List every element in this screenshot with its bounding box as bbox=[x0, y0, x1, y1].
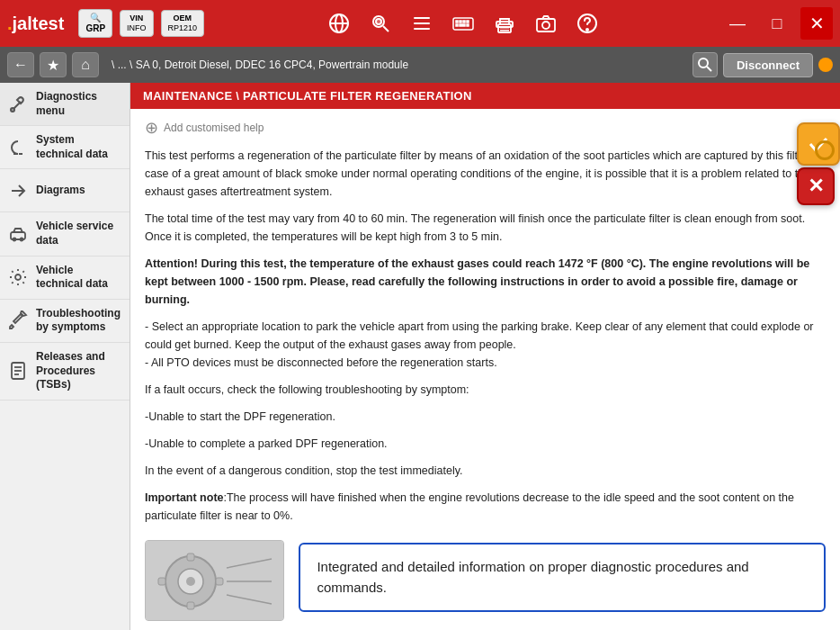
vehicle-service-data-label: Vehicle service data bbox=[36, 220, 122, 248]
floating-action-buttons: ✕ bbox=[797, 122, 840, 205]
content-header: MAINTENANCE \ PARTICULATE FILTER REGENER… bbox=[130, 83, 840, 109]
back-button[interactable]: ← bbox=[7, 52, 34, 77]
title-bar: .jaltest 🔍GRP VININFO OEMRP1210 bbox=[0, 0, 840, 47]
sidebar-item-releases-procedures[interactable]: Releases and Procedures (TSBs) bbox=[0, 343, 130, 400]
illustration-image bbox=[145, 540, 284, 621]
svg-rect-11 bbox=[460, 21, 461, 22]
vehicle-technical-data-label: Vehicle technical data bbox=[36, 264, 122, 292]
help-icon-button[interactable] bbox=[570, 6, 604, 40]
svg-point-4 bbox=[376, 19, 381, 24]
sidebar-item-vehicle-technical-data[interactable]: Vehicle technical data bbox=[0, 256, 130, 300]
svg-rect-19 bbox=[500, 30, 509, 32]
paragraph-8-danger: In the event of a dangerous condition, s… bbox=[145, 462, 826, 480]
print-icon-button[interactable] bbox=[487, 6, 522, 40]
keyboard-icon-button[interactable] bbox=[446, 6, 480, 40]
svg-rect-42 bbox=[187, 602, 194, 609]
releases-procedures-label: Releases and Procedures (TSBs) bbox=[36, 350, 122, 392]
paragraph-4-instructions: - Select an appropriate location to park… bbox=[145, 318, 826, 372]
paragraph-1: This test performs a regeneration of the… bbox=[145, 147, 826, 201]
status-indicator bbox=[818, 58, 833, 72]
svg-rect-41 bbox=[187, 554, 194, 561]
svg-point-40 bbox=[186, 577, 195, 586]
search-button[interactable] bbox=[693, 52, 718, 77]
confirm-button[interactable] bbox=[797, 122, 840, 166]
main-layout: Diagnostics menu System technical data D… bbox=[0, 83, 840, 630]
car-icon bbox=[7, 223, 29, 245]
add-help-button[interactable]: ⊕ Add customised help bbox=[145, 118, 826, 138]
sidebar-item-diagrams[interactable]: Diagrams bbox=[0, 169, 130, 212]
svg-rect-7 bbox=[414, 22, 430, 24]
paragraph-3-attention: Attention! During this test, the tempera… bbox=[145, 255, 826, 309]
svg-rect-12 bbox=[463, 21, 465, 22]
svg-rect-8 bbox=[414, 28, 430, 30]
svg-point-31 bbox=[21, 238, 23, 240]
app-logo: .jaltest bbox=[7, 14, 64, 34]
sidebar: Diagnostics menu System technical data D… bbox=[0, 83, 130, 630]
paragraph-7-dpf2: -Unable to complete a parked DPF regener… bbox=[145, 435, 826, 453]
doc-icon bbox=[7, 360, 29, 382]
svg-rect-14 bbox=[456, 24, 458, 26]
paragraph-9-note: Important note:The process will have fin… bbox=[145, 489, 826, 525]
svg-rect-13 bbox=[467, 21, 469, 22]
tooltip-box: Integrated and detailed information on p… bbox=[299, 543, 826, 612]
nav-bar: ← ★ ⌂ \ ... \ SA 0, Detroit Diesel, DDEC… bbox=[0, 47, 840, 83]
wrench-icon bbox=[7, 94, 29, 115]
paragraph-2: The total time of the test may vary from… bbox=[145, 210, 826, 246]
maximize-button[interactable]: □ bbox=[761, 7, 793, 40]
svg-point-30 bbox=[13, 238, 16, 240]
tooltip-text: Integrated and detailed information on p… bbox=[317, 559, 748, 595]
close-button[interactable]: ✕ bbox=[800, 7, 833, 40]
svg-point-22 bbox=[542, 22, 550, 29]
system-technical-data-label: System technical data bbox=[36, 133, 122, 161]
svg-line-5 bbox=[383, 26, 389, 32]
sidebar-item-vehicle-service-data[interactable]: Vehicle service data bbox=[0, 212, 130, 256]
troubleshooting-label: Troubleshooting by symptoms bbox=[36, 307, 122, 335]
globe-icon-button[interactable] bbox=[322, 6, 356, 40]
lens-icon-button[interactable] bbox=[363, 6, 398, 40]
add-help-label: Add customised help bbox=[164, 122, 264, 134]
grp-button[interactable]: 🔍GRP bbox=[78, 9, 112, 38]
sidebar-item-diagnostics-menu[interactable]: Diagnostics menu bbox=[0, 83, 130, 126]
svg-rect-10 bbox=[456, 21, 458, 22]
cursor-indicator bbox=[815, 140, 835, 160]
gear-icon bbox=[7, 266, 29, 288]
diagrams-label: Diagrams bbox=[36, 184, 85, 198]
svg-rect-16 bbox=[467, 24, 469, 26]
disconnect-button[interactable]: Disconnect bbox=[723, 53, 813, 77]
bookmark-button[interactable]: ★ bbox=[40, 52, 67, 77]
sidebar-item-system-technical-data[interactable]: System technical data bbox=[0, 126, 130, 169]
minimize-button[interactable]: — bbox=[721, 7, 754, 40]
paragraph-5-fault: If a fault occurs, check the following t… bbox=[145, 381, 826, 399]
svg-rect-6 bbox=[414, 17, 430, 19]
oem-button[interactable]: OEMRP1210 bbox=[161, 10, 205, 37]
svg-line-26 bbox=[707, 67, 711, 71]
home-button[interactable]: ⌂ bbox=[72, 52, 99, 77]
arrow-icon bbox=[7, 180, 29, 202]
svg-rect-43 bbox=[158, 578, 165, 585]
diagnostics-menu-label: Diagnostics menu bbox=[36, 90, 122, 118]
plus-icon: ⊕ bbox=[145, 118, 158, 138]
list-icon-button[interactable] bbox=[405, 6, 439, 40]
paragraph-6-dpf1: -Unable to start the DPF regeneration. bbox=[145, 408, 826, 426]
svg-point-25 bbox=[699, 58, 708, 68]
cancel-float-button[interactable]: ✕ bbox=[797, 167, 835, 205]
svg-rect-15 bbox=[460, 24, 465, 26]
svg-rect-44 bbox=[216, 578, 223, 585]
content-area: ✕ MAINTENANCE \ PARTICULATE FILTER REGEN… bbox=[130, 83, 840, 630]
breadcrumb-path: \ ... \ SA 0, Detroit Diesel, DDEC 16 CP… bbox=[104, 58, 687, 71]
camera-icon-button[interactable] bbox=[529, 6, 563, 40]
tool2-icon bbox=[7, 310, 29, 331]
svg-point-27 bbox=[11, 108, 14, 112]
svg-point-32 bbox=[15, 274, 21, 280]
sidebar-item-troubleshooting[interactable]: Troubleshooting by symptoms bbox=[0, 300, 130, 343]
svg-point-24 bbox=[586, 29, 588, 31]
content-body: ⊕ Add customised help This test performs… bbox=[130, 109, 840, 630]
vin-info-button[interactable]: VININFO bbox=[120, 10, 154, 37]
omega-icon bbox=[7, 137, 29, 158]
